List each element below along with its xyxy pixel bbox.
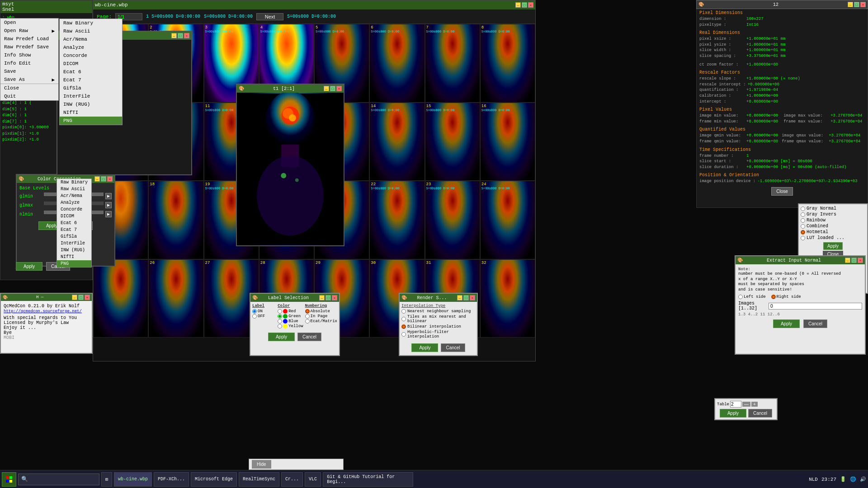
taskbar-cr[interactable]: Cr... (281, 472, 303, 487)
png-interfile[interactable]: InterFile (57, 240, 91, 247)
sub-png[interactable]: PNG (60, 117, 122, 125)
png-gifsla[interactable]: GifSla (57, 233, 91, 240)
nearest-radio[interactable] (401, 309, 406, 314)
minimize-btn[interactable]: — (515, 2, 521, 8)
nlmin-arrow-right[interactable]: ▶ (105, 211, 112, 217)
glmin-arrow-right[interactable]: ▶ (105, 193, 112, 199)
bd-minimize[interactable]: — (324, 86, 329, 91)
png-ecat6[interactable]: Ecat 6 (57, 220, 91, 226)
next-btn[interactable]: Next (256, 13, 283, 20)
scan-cell-23[interactable]: 23 S=00s000 D=0:00 (425, 181, 480, 259)
combined-radio[interactable] (801, 224, 805, 229)
second-close[interactable]: × (860, 2, 866, 7)
glmax-arrow-right[interactable]: ▶ (105, 202, 112, 208)
menu-open[interactable]: Open (0, 19, 58, 27)
menu-info-edit[interactable]: Info Edit (0, 59, 58, 67)
bd-maximize[interactable]: □ (330, 86, 335, 91)
png-raw-ascii[interactable]: Raw Ascii (57, 186, 91, 192)
cm-apply-btn[interactable]: Apply (823, 242, 843, 250)
ld-minimize[interactable]: — (319, 295, 325, 300)
gray-normal-radio[interactable] (801, 206, 805, 211)
taskbar-vlc[interactable]: VLC (305, 472, 321, 487)
sub-inw-rug[interactable]: INW (RUG) (60, 100, 122, 108)
ld-apply-btn[interactable]: Apply (268, 333, 295, 341)
rd-cancel-btn[interactable]: Cancel (441, 343, 465, 352)
yellow-radio[interactable] (278, 324, 282, 328)
ld-maximize[interactable]: □ (326, 295, 331, 300)
vlc-close[interactable]: × (85, 295, 90, 300)
scan-cell-6[interactable]: 6 S=00s000 D=0:00 (369, 24, 425, 103)
menu-save-as[interactable]: Save As ▶ Raw Binary Raw Ascii Acr/Nema … (0, 75, 58, 84)
table-input[interactable] (730, 401, 741, 408)
left-side-radio[interactable] (738, 295, 743, 299)
sub-concorde[interactable]: Concorde (60, 52, 122, 60)
taskbar-search[interactable]: 🔍 (18, 474, 99, 485)
vlc-maximize[interactable]: □ (78, 295, 84, 300)
sub-gifsla[interactable]: GifSla (60, 84, 122, 92)
scan-cell-32[interactable]: 32 (480, 259, 535, 338)
sub-dicom[interactable]: DICOM (60, 60, 122, 68)
fi-maximize[interactable]: □ (178, 33, 183, 38)
cc-maximize[interactable]: □ (101, 176, 106, 182)
gray-invers-radio[interactable] (801, 212, 805, 217)
task-view-btn[interactable]: ⊞ (101, 472, 112, 487)
ein-cancel-btn[interactable]: Cancel (803, 319, 827, 328)
scan-cell-24[interactable]: 24 S=00s000 D=0:00 (480, 181, 535, 259)
menu-quit[interactable]: Quit (0, 92, 58, 100)
rd-close[interactable]: × (470, 295, 475, 300)
vlc-minimize[interactable]: — (72, 295, 77, 300)
green-radio[interactable] (278, 314, 282, 319)
fi-close[interactable]: × (184, 33, 189, 38)
png-inw-rug[interactable]: INW (RUG) (57, 247, 91, 253)
png-nifti[interactable]: NIfTI (57, 253, 91, 260)
sub-raw-binary[interactable]: Raw Binary (60, 19, 122, 27)
sub-raw-ascii[interactable]: Raw Ascii (60, 27, 122, 35)
png-png[interactable]: PNG (57, 260, 91, 267)
png-ecat7[interactable]: Ecat 7 (57, 226, 91, 233)
sub-ecat7[interactable]: Ecat 7 (60, 76, 122, 84)
png-acr-nema[interactable]: Acr/Nema (57, 192, 91, 199)
hide-btn[interactable]: Hide (252, 460, 271, 469)
scan-cell-15[interactable]: 15 S=00s000 D=0:00 (425, 103, 480, 181)
menu-info-show[interactable]: Info Show (0, 51, 58, 59)
taskbar-git[interactable]: Git & GitHub Tutorial for Begi... (323, 472, 413, 487)
scan-cell-8[interactable]: 8 S=00s000 D=0:00 (480, 24, 535, 103)
ecat-matrix-radio[interactable] (305, 319, 310, 324)
png-dicom[interactable]: DICOM (57, 213, 91, 220)
off-radio[interactable] (252, 314, 257, 319)
taskbar-edge[interactable]: Microsoft Edge (191, 472, 237, 487)
sub-ecat6[interactable]: Ecat 6 (60, 68, 122, 76)
rd-maximize[interactable]: □ (463, 295, 469, 300)
png-analyze[interactable]: Analyze (57, 199, 91, 206)
menu-raw-predef-save[interactable]: Raw Predef Save (0, 43, 58, 51)
scan-cell-22[interactable]: 22 S=00s000 D=0:00 (369, 181, 425, 259)
scan-cell-25[interactable]: 25 (93, 259, 148, 338)
info-close-btn[interactable]: Close (771, 187, 793, 196)
taskbar-pdf[interactable]: PDF-XCh... (154, 472, 189, 487)
ld-close[interactable]: × (332, 295, 337, 300)
scan-cell-7[interactable]: 7 S=00s000 D=0:00 (425, 24, 480, 103)
scan-cell-18[interactable]: 18 (148, 181, 203, 259)
sub-interfile[interactable]: InterFile (60, 92, 122, 100)
red-radio[interactable] (278, 309, 282, 314)
menu-save[interactable]: Save (0, 67, 58, 75)
menu-raw-predef-load[interactable]: Raw Predef Load (0, 35, 58, 43)
bd-close[interactable]: × (336, 86, 342, 91)
ein-maximize[interactable]: □ (851, 258, 857, 263)
cc-minimize[interactable]: — (94, 176, 100, 182)
on-radio[interactable] (252, 309, 257, 314)
second-minimize[interactable]: — (848, 2, 853, 7)
lut-radio[interactable] (801, 236, 805, 240)
hyperbolic-radio[interactable] (401, 332, 406, 337)
scan-cell-26[interactable]: 26 (148, 259, 203, 338)
scan-cell-14[interactable]: 14 S=00s000 D=0:00 (369, 103, 425, 181)
sub-analyze[interactable]: Analyze (60, 43, 122, 52)
right-side-radio[interactable] (771, 295, 776, 299)
tiles-radio[interactable] (401, 317, 406, 321)
taskbar-wbp[interactable]: wb-cine.wbp (114, 472, 152, 487)
taskbar-realtimesync[interactable]: RealTimeSync (239, 472, 279, 487)
table-plus-btn[interactable]: + (751, 402, 758, 407)
vlc-url[interactable]: http://qcmedcon.sourceforge.net/ (4, 309, 82, 314)
rd-minimize[interactable]: — (457, 295, 462, 300)
fi-minimize[interactable]: — (171, 33, 177, 38)
